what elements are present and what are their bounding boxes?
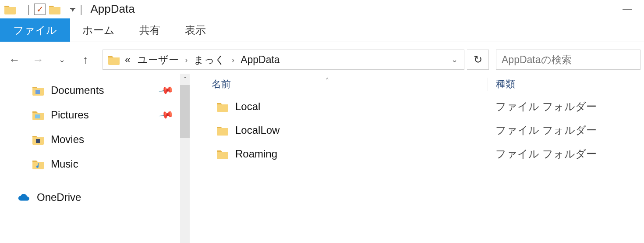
tab-view[interactable]: 表示	[173, 18, 218, 42]
item-name: Local	[235, 100, 260, 113]
item-name: Roaming	[235, 148, 277, 160]
tab-share[interactable]: 共有	[127, 18, 173, 42]
chevron-right-icon[interactable]: ›	[227, 55, 239, 65]
pictures-icon	[32, 108, 45, 122]
folder-icon	[216, 100, 229, 113]
breadcrumb-item[interactable]: AppData	[241, 54, 280, 66]
sidebar-item-label: Music	[51, 158, 78, 170]
folder-icon	[4, 3, 17, 16]
tab-home[interactable]: ホーム	[70, 18, 127, 42]
item-type: ファイル フォルダー	[495, 100, 597, 112]
up-button[interactable]: ↑	[78, 52, 93, 67]
search-input[interactable]	[502, 54, 635, 66]
sort-indicator-icon: ˄	[326, 77, 329, 85]
address-bar[interactable]: « ユーザー › まっく › AppData ⌄	[103, 50, 464, 70]
qat-dropdown-icon[interactable]: ▾	[70, 6, 75, 12]
address-dropdown-icon[interactable]: ⌄	[448, 55, 461, 64]
sidebar-item-pictures[interactable]: Pictures 📌	[0, 103, 190, 127]
item-name: LocalLow	[235, 124, 280, 136]
recent-dropdown-icon[interactable]: ⌄	[54, 52, 69, 67]
breadcrumb-overflow[interactable]: «	[125, 54, 131, 66]
sidebar-item-music[interactable]: Music	[0, 152, 190, 176]
minimize-button[interactable]: —	[619, 3, 636, 16]
column-name[interactable]: 名前 ˄	[190, 78, 488, 91]
column-type[interactable]: 種類	[488, 78, 644, 91]
navbar: ← → ⌄ ↑ « ユーザー › まっく › AppData ⌄ ↻	[0, 46, 644, 74]
separator: |	[25, 4, 32, 14]
pin-icon: 📌	[158, 107, 174, 123]
sidebar-item-movies[interactable]: Movies	[0, 127, 190, 152]
sidebar-item-label: Movies	[51, 133, 84, 146]
svg-rect-2	[36, 139, 40, 143]
sidebar-item-onedrive[interactable]: OneDrive	[0, 185, 190, 210]
pin-icon: 📌	[158, 82, 174, 99]
titlebar: | ✓ ▾ | AppData —	[0, 0, 644, 18]
movies-icon	[32, 133, 45, 146]
list-item[interactable]: LocalLow ファイル フォルダー	[190, 118, 644, 142]
onedrive-icon	[18, 191, 31, 204]
refresh-button[interactable]: ↻	[467, 50, 489, 70]
documents-icon	[32, 84, 45, 97]
ribbon: ファイル ホーム 共有 表示	[0, 18, 644, 42]
search-box[interactable]	[496, 50, 640, 70]
sidebar-item-documents[interactable]: Documents 📌	[0, 78, 190, 103]
nav-buttons: ← → ⌄ ↑	[7, 52, 100, 67]
forward-button[interactable]: →	[31, 52, 46, 67]
back-button[interactable]: ←	[7, 52, 22, 67]
main-area: ˄ Documents 📌 Pictures 📌 Movies	[0, 74, 644, 243]
column-headers: 名前 ˄ 種類	[190, 74, 644, 95]
content-list: 名前 ˄ 種類 Local ファイル フォルダー LocalLow	[190, 74, 644, 243]
window-title: AppData	[84, 2, 134, 16]
svg-rect-1	[35, 114, 40, 118]
list-item[interactable]: Local ファイル フォルダー	[190, 95, 644, 118]
breadcrumb-item[interactable]: まっく	[194, 53, 225, 67]
folder-icon[interactable]	[48, 3, 61, 16]
breadcrumb-item[interactable]: ユーザー	[132, 53, 179, 67]
window-controls: —	[619, 3, 640, 16]
navigation-pane: ˄ Documents 📌 Pictures 📌 Movies	[0, 74, 190, 243]
svg-rect-0	[35, 90, 40, 94]
folder-icon	[107, 53, 120, 66]
music-icon	[32, 157, 45, 171]
sidebar-item-label: OneDrive	[37, 191, 81, 204]
folder-icon	[216, 124, 229, 137]
chevron-right-icon[interactable]: ›	[180, 55, 192, 65]
tab-file[interactable]: ファイル	[0, 18, 70, 42]
sidebar-item-label: Documents	[51, 84, 104, 96]
item-type: ファイル フォルダー	[495, 148, 597, 160]
sidebar-item-label: Pictures	[51, 109, 89, 121]
column-name-label: 名前	[212, 79, 231, 89]
folder-icon	[216, 147, 229, 161]
column-type-label: 種類	[496, 79, 515, 89]
separator: |	[78, 4, 84, 14]
list-item[interactable]: Roaming ファイル フォルダー	[190, 142, 644, 166]
properties-icon[interactable]: ✓	[34, 4, 46, 15]
quick-access-toolbar: | ✓ ▾ |	[4, 3, 84, 16]
item-type: ファイル フォルダー	[495, 124, 597, 136]
